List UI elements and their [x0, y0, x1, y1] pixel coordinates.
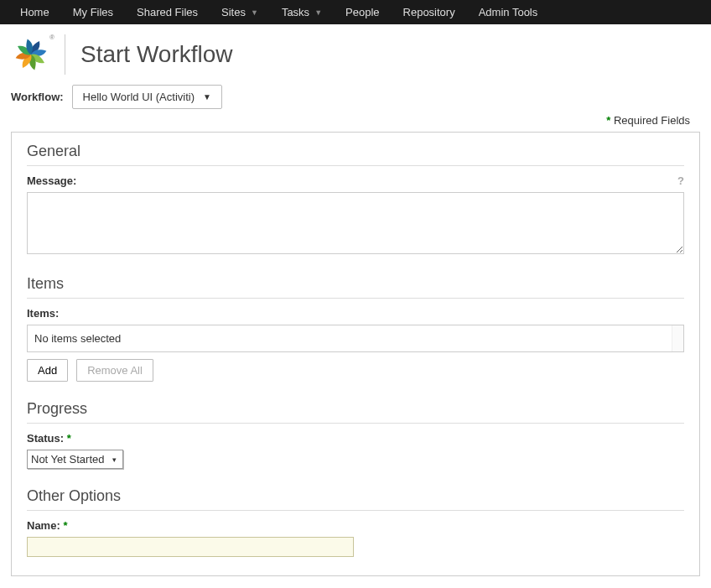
nav-shared-files[interactable]: Shared Files	[125, 0, 210, 24]
required-fields-text: Required Fields	[614, 114, 690, 127]
items-field-label: Items:	[27, 307, 684, 320]
nav-label: Sites	[221, 6, 246, 18]
nav-label: Repository	[403, 6, 455, 18]
required-star-icon: *	[63, 519, 67, 532]
workflow-label: Workflow:	[11, 91, 64, 103]
items-listbox: No items selected	[27, 325, 684, 352]
remove-all-button[interactable]: Remove All	[76, 359, 153, 382]
workflow-form: General Message: ? Items Items: No items…	[11, 132, 700, 576]
status-field-label: Status: *	[27, 432, 684, 445]
section-items-title: Items	[27, 275, 684, 298]
nav-label: Admin Tools	[479, 6, 538, 18]
required-star-icon: *	[67, 432, 71, 445]
items-button-row: Add Remove All	[27, 359, 684, 382]
chevron-down-icon: ▼	[314, 8, 322, 17]
workflow-row: Workflow: Hello World UI (Activiti) ▼	[0, 85, 711, 114]
select-arrow-icon: ▾	[109, 455, 119, 465]
workflow-select[interactable]: Hello World UI (Activiti) ▼	[72, 85, 222, 109]
nav-label: Tasks	[282, 6, 309, 18]
divider	[27, 165, 684, 166]
nav-label: People	[345, 6, 379, 18]
required-star-icon: *	[606, 114, 610, 127]
divider	[65, 34, 65, 75]
status-label-text: Status:	[27, 432, 64, 445]
top-nav: Home My Files Shared Files Sites▼ Tasks▼…	[0, 0, 711, 24]
nav-admin-tools[interactable]: Admin Tools	[467, 0, 550, 24]
flower-logo-icon	[13, 36, 49, 73]
chevron-down-icon: ▼	[251, 8, 258, 17]
nav-label: My Files	[73, 6, 113, 18]
divider	[27, 298, 684, 299]
name-label-text: Name:	[27, 519, 60, 532]
items-empty-text: No items selected	[28, 325, 672, 351]
nav-label: Shared Files	[137, 6, 198, 18]
message-field-label: Message: ?	[27, 174, 684, 187]
help-icon[interactable]: ?	[677, 174, 684, 187]
logo: ®	[13, 36, 49, 73]
required-fields-note: * Required Fields	[0, 114, 711, 132]
section-progress-title: Progress	[27, 400, 684, 423]
nav-home[interactable]: Home	[8, 0, 61, 24]
name-field-label: Name: *	[27, 519, 684, 532]
nav-label: Home	[20, 6, 49, 18]
divider	[27, 510, 684, 511]
nav-sites[interactable]: Sites▼	[210, 0, 270, 24]
page-title: Start Workflow	[80, 41, 233, 68]
nav-repository[interactable]: Repository	[392, 0, 467, 24]
section-general-title: General	[27, 143, 684, 165]
add-button[interactable]: Add	[27, 359, 68, 382]
message-label-text: Message:	[27, 174, 76, 187]
section-other-title: Other Options	[27, 487, 684, 510]
form-actions: Start Workflow Cancel	[0, 576, 711, 588]
items-side-gutter	[672, 325, 683, 351]
nav-my-files[interactable]: My Files	[61, 0, 125, 24]
workflow-selected-value: Hello World UI (Activiti)	[83, 91, 195, 103]
page-header: ® Start Workflow	[0, 24, 711, 85]
message-textarea[interactable]	[27, 192, 684, 254]
status-selected-value: Not Yet Started	[31, 453, 104, 466]
registered-mark: ®	[49, 34, 54, 41]
nav-tasks[interactable]: Tasks▼	[270, 0, 334, 24]
name-input[interactable]	[27, 537, 354, 557]
items-label-text: Items:	[27, 307, 59, 320]
nav-people[interactable]: People	[334, 0, 391, 24]
divider	[27, 423, 684, 424]
caret-down-icon: ▼	[203, 92, 211, 101]
status-select[interactable]: Not Yet Started ▾	[27, 450, 123, 469]
